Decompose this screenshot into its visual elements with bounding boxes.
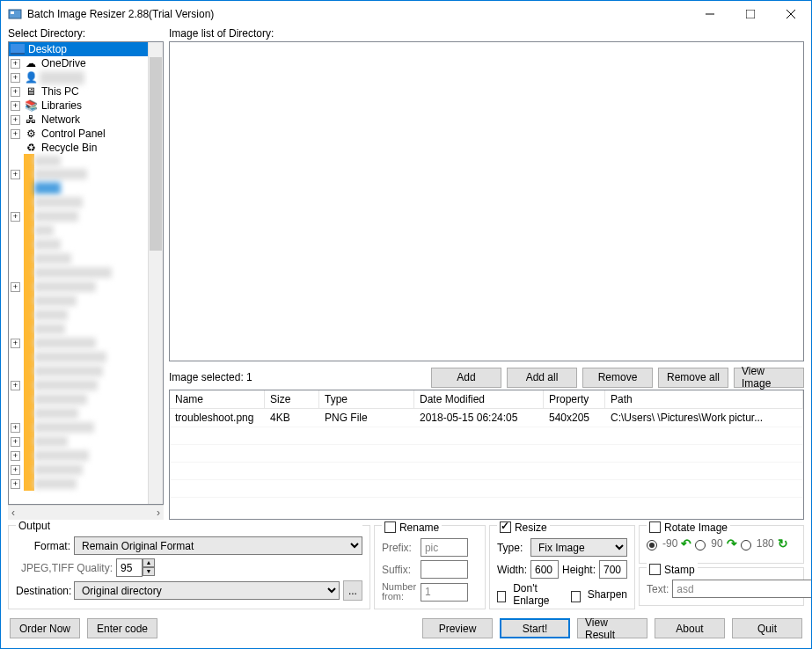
file-table[interactable]: Name Size Type Date Modified Property Pa… bbox=[169, 390, 804, 520]
sharpen-checkbox[interactable] bbox=[571, 591, 580, 602]
tree-item[interactable] bbox=[9, 237, 148, 252]
close-button[interactable] bbox=[771, 1, 811, 27]
tree-root-desktop[interactable]: Desktop bbox=[9, 42, 148, 56]
add-button[interactable]: Add bbox=[431, 368, 501, 388]
col-date[interactable]: Date Modified bbox=[414, 390, 544, 408]
spin-down-icon[interactable]: ▼ bbox=[143, 567, 155, 576]
tree-item[interactable]: + bbox=[9, 448, 148, 463]
rename-checkbox[interactable] bbox=[384, 521, 396, 533]
tree-item[interactable]: + bbox=[9, 463, 148, 477]
tree-item[interactable] bbox=[9, 252, 148, 266]
tree-item[interactable]: + bbox=[9, 280, 148, 294]
tree-item[interactable] bbox=[9, 392, 148, 406]
user-icon: 👤 bbox=[24, 70, 38, 84]
dont-enlarge-checkbox[interactable] bbox=[497, 591, 506, 602]
view-result-button[interactable]: View Result bbox=[577, 618, 647, 638]
stamp-text-input[interactable] bbox=[672, 580, 812, 598]
onedrive-icon: ☁ bbox=[24, 56, 38, 70]
tree-item[interactable]: + bbox=[9, 477, 148, 491]
directory-tree[interactable]: Desktop +☁OneDrive +👤 +🖥This PC +📚Librar… bbox=[8, 41, 164, 505]
resize-type-select[interactable]: Fix Image bbox=[530, 538, 627, 557]
col-path[interactable]: Path bbox=[605, 390, 803, 408]
suffix-input[interactable] bbox=[421, 560, 468, 579]
tree-item[interactable] bbox=[9, 406, 148, 420]
table-row[interactable] bbox=[170, 427, 803, 445]
tree-item[interactable] bbox=[9, 223, 148, 237]
table-row[interactable] bbox=[170, 445, 803, 463]
col-property[interactable]: Property bbox=[544, 390, 605, 408]
tree-item-thispc[interactable]: +🖥This PC bbox=[9, 84, 148, 98]
tree-item[interactable] bbox=[9, 350, 148, 364]
tree-item[interactable] bbox=[9, 195, 148, 209]
height-input[interactable] bbox=[599, 560, 627, 579]
tree-item[interactable]: + bbox=[9, 434, 148, 448]
tree-item-onedrive[interactable]: +☁OneDrive bbox=[9, 56, 148, 70]
tree-item-network[interactable]: +🖧Network bbox=[9, 113, 148, 127]
rotate-90-radio[interactable] bbox=[695, 540, 706, 551]
tree-item-libraries[interactable]: +📚Libraries bbox=[9, 98, 148, 113]
minimize-button[interactable] bbox=[690, 1, 730, 27]
svg-rect-7 bbox=[11, 53, 25, 55]
tree-item[interactable] bbox=[9, 155, 148, 167]
app-icon bbox=[8, 7, 22, 21]
enter-code-button[interactable]: Enter code bbox=[87, 618, 157, 638]
rotate-right-icon: ↷ bbox=[727, 536, 737, 551]
rotate-n90-radio[interactable] bbox=[647, 540, 657, 551]
rotate-180-radio[interactable] bbox=[741, 540, 751, 551]
rotate-checkbox[interactable] bbox=[649, 521, 661, 533]
tree-item[interactable]: + bbox=[9, 209, 148, 223]
remove-button[interactable]: Remove bbox=[582, 368, 653, 388]
cpanel-icon: ⚙ bbox=[24, 127, 38, 141]
stamp-checkbox[interactable] bbox=[649, 564, 661, 575]
rotate-group: Rotate Image -90↶ 90↷ 180↻ bbox=[639, 525, 804, 564]
col-size[interactable]: Size bbox=[265, 390, 319, 408]
destination-label: Destination: bbox=[16, 585, 70, 597]
tree-item[interactable]: + bbox=[9, 167, 148, 181]
destination-select[interactable]: Original directory bbox=[74, 581, 340, 600]
tree-item[interactable] bbox=[9, 294, 148, 308]
table-row[interactable] bbox=[170, 463, 803, 480]
tree-item[interactable] bbox=[9, 364, 148, 378]
quit-button[interactable]: Quit bbox=[732, 618, 802, 638]
browse-button[interactable]: ... bbox=[343, 580, 362, 601]
maximize-button[interactable] bbox=[730, 1, 771, 27]
prefix-input[interactable] bbox=[421, 538, 468, 557]
width-input[interactable] bbox=[530, 560, 559, 579]
remove-all-button[interactable]: Remove all bbox=[658, 368, 728, 388]
desktop-icon bbox=[11, 42, 25, 56]
tree-item-recycle[interactable]: ♻Recycle Bin bbox=[9, 141, 148, 155]
col-name[interactable]: Name bbox=[170, 390, 265, 408]
network-icon: 🖧 bbox=[24, 113, 38, 127]
resize-checkbox[interactable] bbox=[500, 521, 511, 533]
col-type[interactable]: Type bbox=[319, 390, 414, 408]
tree-item-cpanel[interactable]: +⚙Control Panel bbox=[9, 127, 148, 141]
image-list-label: Image list of Directory: bbox=[169, 27, 804, 41]
rotate-180-icon: ↻ bbox=[778, 536, 788, 551]
table-row[interactable] bbox=[170, 480, 803, 498]
spin-up-icon[interactable]: ▲ bbox=[143, 558, 155, 567]
tree-item[interactable] bbox=[9, 308, 148, 322]
tree-item-user[interactable]: +👤 bbox=[9, 70, 148, 84]
tree-horizontal-scrollbar[interactable]: ‹› bbox=[8, 505, 164, 520]
table-row[interactable]: troubleshoot.png 4KB PNG File 2018-05-15… bbox=[170, 409, 803, 427]
about-button[interactable]: About bbox=[655, 618, 725, 638]
tree-item[interactable] bbox=[9, 266, 148, 280]
format-select[interactable]: Remain Original Format bbox=[74, 536, 362, 555]
order-now-button[interactable]: Order Now bbox=[10, 618, 80, 638]
view-image-button[interactable]: View Image bbox=[734, 368, 804, 388]
start-button[interactable]: Start! bbox=[500, 618, 570, 638]
tree-item[interactable] bbox=[9, 181, 148, 195]
resize-group: Resize Type:Fix Image Width:Height: Don'… bbox=[489, 525, 635, 609]
tree-vertical-scrollbar[interactable] bbox=[148, 42, 163, 504]
format-label: Format: bbox=[16, 540, 70, 552]
tree-item[interactable]: + bbox=[9, 336, 148, 350]
tree-item[interactable]: + bbox=[9, 378, 148, 392]
tree-item[interactable]: + bbox=[9, 420, 148, 434]
window-title: Batch Image Resizer 2.88(Trial Version) bbox=[27, 8, 690, 20]
quality-spinner[interactable]: ▲▼ bbox=[116, 558, 155, 577]
quality-label: JPEG,TIFF Quality: bbox=[16, 562, 113, 574]
preview-button[interactable]: Preview bbox=[422, 618, 493, 638]
tree-item[interactable] bbox=[9, 322, 148, 336]
add-all-button[interactable]: Add all bbox=[507, 368, 577, 388]
number-input[interactable] bbox=[421, 583, 468, 602]
